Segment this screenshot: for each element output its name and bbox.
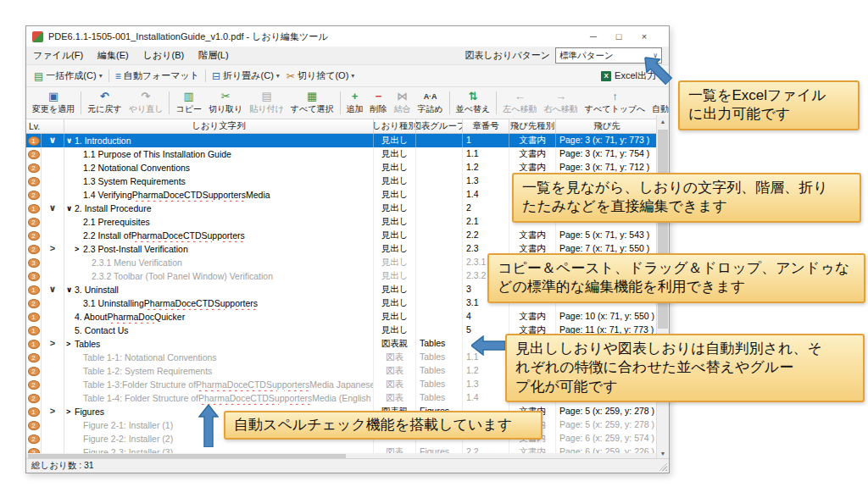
bookmark-text-cell[interactable]: Table 1-3:Folder Structure of PharmaDoc … <box>64 378 374 391</box>
apply-changes-button[interactable]: ▣変更を適用 <box>29 88 78 118</box>
bookmark-text-cell[interactable]: Table 1-4: Folder Structure of PharmaDoc… <box>64 391 374 405</box>
bookmark-text-cell[interactable]: 2.2 Install of PharmaDoc eCTDSupporters <box>64 229 374 242</box>
bookmark-count: 総しおり数 : 31 <box>31 460 94 472</box>
expander-cell <box>42 188 64 202</box>
expander-cell <box>42 432 64 445</box>
column-header-type[interactable]: しおり種別 <box>374 119 416 133</box>
tree-expander-icon[interactable]: > <box>66 406 75 418</box>
bookmark-text-cell[interactable]: 1.2 Notational Conventions <box>64 161 374 174</box>
add-button[interactable]: +追加 <box>343 88 367 118</box>
sort-button[interactable]: ⇅並べ替え <box>453 88 493 118</box>
truncate-label: 切り捨て(O) <box>298 69 348 82</box>
level-cell: 1 <box>26 337 42 351</box>
minimize-button[interactable]: ─ <box>581 26 606 47</box>
bookmark-row[interactable]: 1∨∨1. Introduction見出し1文書内Page: 3 (x: 71,… <box>26 134 658 147</box>
undo-label: 元に戻す <box>87 103 121 115</box>
kerning-button[interactable]: A·A字詰め <box>415 88 447 118</box>
bookmark-text-cell[interactable]: Table 1-1: Notational Conventions <box>64 351 374 364</box>
title-bar[interactable]: PDE6.1.1-1505-001_InstallationGuide_v1.0… <box>26 26 669 47</box>
batch-create-button[interactable]: ▤一括作成(C)▾ <box>31 68 106 84</box>
figure-group-cell: Tables <box>416 351 463 364</box>
menu-item-2[interactable]: しおり(B) <box>143 49 184 62</box>
tree-expander-icon[interactable]: > <box>66 338 75 351</box>
misspelled-word: PharmaDoc <box>198 392 245 405</box>
tree-expander-icon[interactable]: ∨ <box>66 202 75 215</box>
bookmark-type-cell: 見出し <box>374 229 416 242</box>
bookmark-text: 2.3 Post-Install Verification <box>83 243 188 256</box>
bookmark-text-cell[interactable]: 3.1 Uninstalling PharmaDoc eCTDSupporter… <box>64 296 374 310</box>
cut-icon: ✂ <box>221 91 231 103</box>
destination-cell: Page: 10 (x: 71, y: 550 ) <box>556 310 658 324</box>
column-header-lv[interactable]: Lv. <box>26 119 64 133</box>
all-to-top-icon: ↑ <box>612 91 618 103</box>
bookmark-row[interactable]: 21.1 Purpose of This Installation Guide見… <box>26 147 658 161</box>
scroll-up-icon[interactable]: ▲ <box>657 115 669 128</box>
destination-cell: Page: 6 (x: 259, y: 574 ) <box>556 432 658 445</box>
destination-type-cell: 文書内 <box>509 134 556 147</box>
select-all-button[interactable]: ▦すべて選択 <box>287 88 337 118</box>
auto-format-button[interactable]: ≡自動フォーマット <box>112 68 203 84</box>
destination-cell: Page: 5 (x: 259, y: 278 ) <box>556 418 658 432</box>
bookmark-text-cell[interactable]: ∨1. Introduction <box>64 134 374 147</box>
bookmark-text-cell[interactable]: Table 1-2: System Requirements <box>64 364 374 378</box>
tree-expander-icon[interactable]: > <box>75 243 83 256</box>
auto-level-button[interactable]: ≡自動階層設定 <box>648 88 669 118</box>
copy-icon: ▥ <box>183 91 193 103</box>
redo-label: やり直し <box>129 103 164 115</box>
bookmark-text-cell[interactable]: >Tables <box>64 337 374 351</box>
bookmark-row[interactable]: 14. About PharmaDoc Quicker見出し4文書内Page: … <box>26 310 658 324</box>
menu-item-1[interactable]: 編集(E) <box>97 49 129 62</box>
column-header-ch[interactable]: 章番号 <box>463 119 509 133</box>
resize-grip[interactable] <box>658 462 667 471</box>
bookmark-text-cell[interactable]: 4. About PharmaDoc Quicker <box>64 310 374 324</box>
bookmark-text-cell[interactable]: 1.3 System Requirements <box>64 174 374 188</box>
bookmark-type-cell: 見出し <box>374 215 416 229</box>
cut-button[interactable]: ✂切り取り <box>205 88 246 118</box>
level-badge: 2 <box>28 150 40 159</box>
truncate-button[interactable]: ✂切り捨て(O)▾ <box>283 68 358 84</box>
bookmark-text-cell[interactable]: 5. Contact Us <box>64 324 374 337</box>
bookmark-text-cell[interactable]: ∨2. Install Procedure <box>64 202 374 215</box>
merge-button: ⋈結合 <box>391 88 415 118</box>
column-header-dt[interactable]: 飛び先種別 <box>509 119 556 133</box>
collapse-toggle[interactable]: ∨ <box>42 134 64 147</box>
copy-button[interactable]: ▥コピー <box>172 88 204 118</box>
bookmark-text-cell[interactable]: 1.1 Purpose of This Installation Guide <box>64 147 374 161</box>
menu-item-3[interactable]: 階層(L) <box>198 49 228 62</box>
level-badge: 2 <box>28 163 40 173</box>
tree-expander-icon[interactable]: ∨ <box>66 135 75 147</box>
bookmark-text-cell[interactable]: 2.3.1 Menu Verification <box>64 256 374 269</box>
collapse-toggle[interactable]: ∨ <box>42 202 64 215</box>
column-header-dest[interactable]: 飛び先 <box>556 119 658 133</box>
collapse-toggle[interactable]: > <box>42 242 64 256</box>
annotation-line: コピー＆ペースト、ドラッグ＆ドロップ、アンドゥな <box>498 259 855 278</box>
bookmark-text: 5. Contact Us <box>75 324 129 337</box>
bookmark-text-cell[interactable]: >2.3 Post-Install Verification <box>64 242 374 256</box>
bookmark-text-cell[interactable]: ∨3. Uninstall <box>64 283 374 296</box>
collapse-toggle[interactable]: > <box>42 337 64 351</box>
undo-button[interactable]: ↶元に戻す <box>84 88 125 118</box>
collapse-toggle[interactable]: > <box>42 405 64 418</box>
menu-item-0[interactable]: ファイル(F) <box>33 49 83 62</box>
level-badge: 3 <box>28 258 40 268</box>
figure-group-cell <box>416 310 463 324</box>
bookmark-text-cell[interactable]: 2.1 Prerequisites <box>64 215 374 229</box>
bookmark-row[interactable]: 22.2 Install of PharmaDoc eCTDSupporters… <box>26 229 658 242</box>
level-badge: 1 <box>28 136 40 146</box>
collapse-toggle[interactable]: ∨ <box>42 283 64 296</box>
column-header-text[interactable]: しおり文字列 <box>64 119 374 133</box>
all-to-top-button[interactable]: ↑すべてトップへ <box>581 88 649 118</box>
merge-icon: ⋈ <box>397 91 408 103</box>
bookmark-text-cell[interactable]: 1.4 Verifying PharmaDoc eCTDSupporters M… <box>64 188 374 202</box>
tree-expander-icon[interactable]: ∨ <box>66 284 75 296</box>
fold-button[interactable]: ⊟折り畳み(C)▾ <box>209 68 283 84</box>
bookmark-text: 2.3.2 Toolbar (Tool Panel Window) Verifi… <box>92 270 273 283</box>
delete-button[interactable]: −削除 <box>367 88 391 118</box>
level-cell: 2 <box>26 351 42 364</box>
bookmark-type-cell: 見出し <box>374 161 416 174</box>
column-header-grp[interactable]: 図表グループ <box>416 119 463 133</box>
bookmark-text-cell[interactable]: 2.3.2 Toolbar (Tool Panel Window) Verifi… <box>64 269 374 283</box>
maximize-button[interactable]: □ <box>606 26 632 47</box>
spellcheck-callout-arrow-icon <box>198 405 219 447</box>
close-button[interactable]: × <box>632 26 657 47</box>
